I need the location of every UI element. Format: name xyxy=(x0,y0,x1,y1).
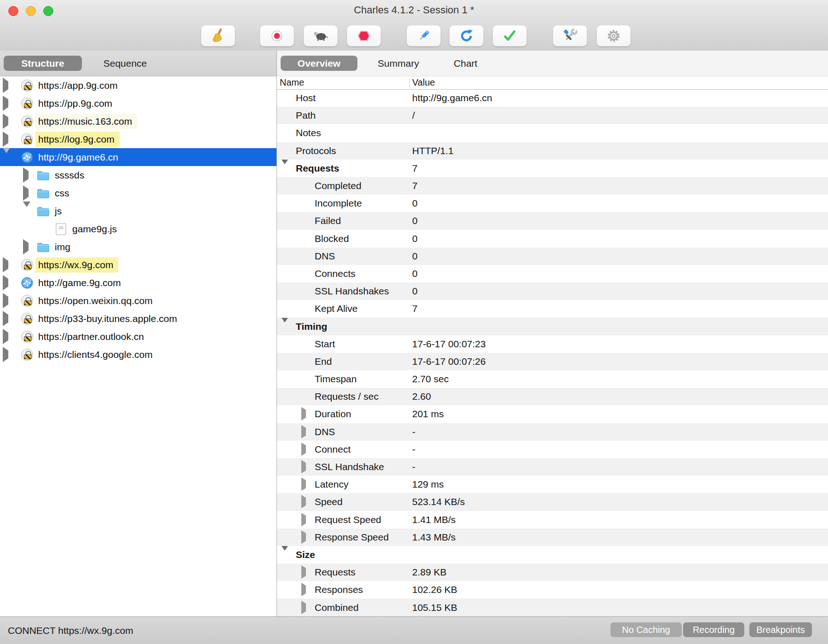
edit-button[interactable] xyxy=(407,25,441,46)
tab-overview[interactable]: Overview xyxy=(281,56,357,71)
tools-button[interactable] xyxy=(553,25,587,46)
tree-item-label: https://music.163.com xyxy=(35,114,137,129)
table-row: Kept Alive7 xyxy=(277,300,828,317)
detail-tab-bar: Overview Summary Chart xyxy=(277,51,828,76)
tab-chart[interactable]: Chart xyxy=(449,56,482,71)
table-row: End17-6-17 00:07:26 xyxy=(277,353,828,370)
tree-item[interactable]: https://music.163.com xyxy=(0,112,276,130)
expand-icon[interactable] xyxy=(301,445,306,454)
status-badge-breakpoints[interactable]: Breakpoints xyxy=(749,622,812,637)
row-value: - xyxy=(412,426,415,437)
expand-icon[interactable] xyxy=(301,586,306,594)
row-value: 201 ms xyxy=(412,408,444,420)
row-value: 0 xyxy=(412,286,418,297)
expand-icon[interactable] xyxy=(301,604,306,612)
tree-item[interactable]: https://wx.9g.com xyxy=(0,256,276,274)
status-badge-recording[interactable]: Recording xyxy=(683,622,744,637)
expand-icon[interactable] xyxy=(23,243,29,251)
collapse-icon[interactable] xyxy=(282,551,288,559)
row-value: 0 xyxy=(412,268,418,279)
collapse-icon[interactable] xyxy=(3,153,10,161)
folder-icon xyxy=(37,170,50,180)
lock-icon xyxy=(21,259,33,271)
tree-item-label: img xyxy=(55,242,70,253)
expand-icon[interactable] xyxy=(301,410,306,418)
expand-icon[interactable] xyxy=(3,117,8,126)
collapse-icon[interactable] xyxy=(23,207,30,215)
settings-button[interactable] xyxy=(597,25,631,46)
tree-item[interactable]: https://p33-buy.itunes.apple.com xyxy=(0,310,276,328)
column-header-value[interactable]: Value xyxy=(412,76,435,89)
expand-icon[interactable] xyxy=(301,516,306,524)
column-divider[interactable] xyxy=(409,78,410,88)
tree-item[interactable]: https://app.9g.com xyxy=(0,76,276,94)
folder-icon xyxy=(37,242,50,252)
record-button[interactable] xyxy=(260,25,294,46)
table-row: Timing xyxy=(277,317,828,335)
expand-icon[interactable] xyxy=(301,428,306,436)
row-name: Requests xyxy=(315,567,356,578)
tree-item-label: https://clients4.google.com xyxy=(38,349,153,360)
tab-summary[interactable]: Summary xyxy=(371,56,426,71)
expand-icon[interactable] xyxy=(3,279,8,287)
expand-icon[interactable] xyxy=(301,480,306,489)
table-row: Timespan2.70 sec xyxy=(277,370,828,388)
gear-icon xyxy=(605,28,622,44)
row-value: 17-6-17 00:07:26 xyxy=(412,356,486,367)
tree-item-label: css xyxy=(55,188,69,199)
expand-icon[interactable] xyxy=(3,81,8,90)
tree-item[interactable]: css xyxy=(0,184,276,202)
row-value: 0 xyxy=(412,233,418,244)
row-name: Start xyxy=(315,339,335,350)
column-header-name[interactable]: Name xyxy=(280,76,304,89)
stop-button[interactable] xyxy=(347,25,381,46)
stop-icon xyxy=(356,28,372,44)
tree-item[interactable]: https://clients4.google.com xyxy=(0,345,276,363)
collapse-icon[interactable] xyxy=(282,322,288,331)
expand-icon[interactable] xyxy=(3,135,8,144)
table-row: Incomplete0 xyxy=(277,195,828,212)
expand-icon[interactable] xyxy=(3,99,8,108)
tree-item[interactable]: https://log.9g.com xyxy=(0,130,276,148)
tree-item[interactable]: img xyxy=(0,238,276,256)
repeat-button[interactable] xyxy=(449,25,483,46)
expand-icon[interactable] xyxy=(301,498,306,506)
validate-button[interactable] xyxy=(493,25,527,46)
tree-item[interactable]: https://partner.outlook.cn xyxy=(0,328,276,345)
expand-icon[interactable] xyxy=(301,463,306,471)
table-header: Name Value xyxy=(277,76,828,90)
tree-item[interactable]: ssssds xyxy=(0,166,276,184)
expand-icon[interactable] xyxy=(3,333,8,341)
clear-session-button[interactable] xyxy=(201,25,235,46)
status-badge-no-caching[interactable]: No Caching xyxy=(610,622,682,637)
tree-item[interactable]: http://9g.game6.cn xyxy=(0,148,276,166)
tree-item[interactable]: JSgame9g.js xyxy=(0,220,276,238)
expand-icon[interactable] xyxy=(3,351,8,359)
expand-icon[interactable] xyxy=(301,568,306,576)
row-value: 7 xyxy=(412,303,418,314)
row-value: 102.26 KB xyxy=(412,584,457,595)
expand-icon[interactable] xyxy=(3,315,8,323)
status-text: CONNECT https://wx.9g.com xyxy=(8,625,133,636)
overview-table: Hosthttp://9g.game6.cnPath/NotesProtocol… xyxy=(277,89,828,616)
expand-icon[interactable] xyxy=(23,171,29,179)
status-bar: CONNECT https://wx.9g.com No CachingReco… xyxy=(0,616,828,644)
expand-icon[interactable] xyxy=(3,261,8,269)
tree-item[interactable]: https://open.weixin.qq.com xyxy=(0,292,276,310)
row-value: - xyxy=(412,461,415,472)
expand-icon[interactable] xyxy=(23,189,29,197)
tab-sequence[interactable]: Sequence xyxy=(98,56,152,71)
tab-structure[interactable]: Structure xyxy=(4,56,82,71)
throttle-button[interactable] xyxy=(304,25,338,46)
expand-icon[interactable] xyxy=(301,533,306,541)
row-value: HTTP/1.1 xyxy=(412,145,454,156)
folder-icon xyxy=(37,206,50,216)
table-row: Requests2.89 KB xyxy=(277,564,828,581)
tree-item[interactable]: http://game.9g.com xyxy=(0,274,276,292)
expand-icon[interactable] xyxy=(3,297,8,305)
tree-item[interactable]: https://pp.9g.com xyxy=(0,94,276,112)
table-row: Requests / sec2.60 xyxy=(277,388,828,405)
table-row: Size xyxy=(277,546,828,564)
collapse-icon[interactable] xyxy=(282,164,288,172)
tree-item[interactable]: js xyxy=(0,202,276,220)
